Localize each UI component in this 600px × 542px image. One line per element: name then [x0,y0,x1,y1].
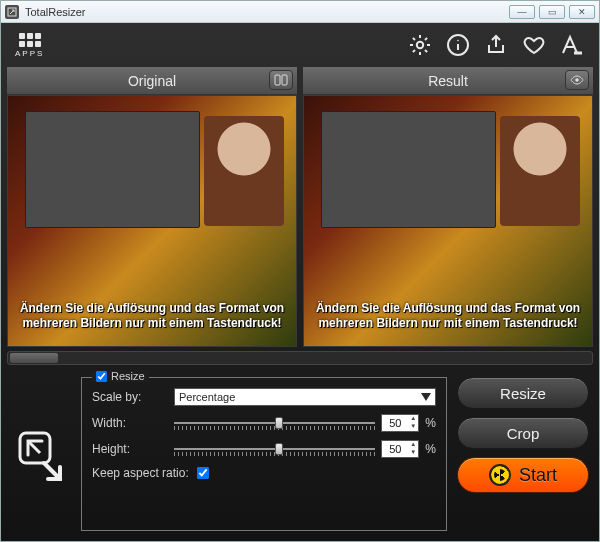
resize-panel-title: Resize [111,370,145,382]
svg-rect-5 [275,75,280,85]
text-button[interactable] [559,32,585,58]
width-input[interactable]: 50 ▲▼ [381,414,419,432]
apps-icon [19,33,41,47]
action-buttons: Resize Crop Start [457,377,589,531]
window-title: TotalResizer [25,6,86,18]
share-button[interactable] [483,32,509,58]
width-slider-handle[interactable] [275,417,283,429]
eye-icon [570,73,584,87]
thumbnail-scrollbar[interactable] [7,351,593,365]
hazard-icon [489,464,511,486]
scale-by-label: Scale by: [92,390,166,404]
favorite-button[interactable] [521,32,547,58]
apps-label: APPS [15,49,44,58]
original-preview[interactable]: Ändern Sie die Auflösung und das Format … [7,95,297,347]
dropdown-icon [421,393,431,401]
height-slider-handle[interactable] [275,443,283,455]
window-maximize-button[interactable]: ▭ [539,5,565,19]
svg-rect-6 [282,75,287,85]
height-input[interactable]: 50 ▲▼ [381,440,419,458]
resize-button[interactable]: Resize [457,377,589,409]
window-minimize-button[interactable]: — [509,5,535,19]
apps-button[interactable]: APPS [15,33,44,58]
app-body: APPS Original Ändern [1,23,599,541]
scrollbar-thumb[interactable] [10,353,58,363]
share-icon [484,33,508,57]
scale-by-select[interactable]: Percentage [174,388,436,406]
app-icon [5,5,19,19]
keep-ratio-label: Keep aspect ratio: [92,466,189,480]
scale-by-value: Percentage [179,391,235,403]
height-unit: % [425,442,436,456]
height-slider[interactable] [174,442,375,456]
original-caption: Ändern Sie die Auflösung und das Format … [8,301,296,331]
bottom-area: Resize Scale by: Percentage Width: [1,369,599,541]
crop-button[interactable]: Crop [457,417,589,449]
resize-panel-legend[interactable]: Resize [92,370,149,382]
window-close-button[interactable]: ✕ [569,5,595,19]
resize-arrow-icon [14,427,68,481]
resize-panel: Resize Scale by: Percentage Width: [81,377,447,531]
result-caption: Ändern Sie die Auflösung und das Format … [304,301,592,331]
gear-icon [408,33,432,57]
result-preview[interactable]: Ändern Sie die Auflösung und das Format … [303,95,593,347]
width-label: Width: [92,416,166,430]
compare-icon [274,73,288,87]
width-slider[interactable] [174,416,375,430]
view-toggle[interactable] [565,70,589,90]
info-icon [446,33,470,57]
svg-point-1 [417,42,423,48]
apply-indicator [11,377,71,531]
heart-icon [522,33,546,57]
font-icon [560,33,584,57]
keep-ratio-checkbox[interactable] [197,467,209,479]
result-label: Result [428,73,468,89]
height-label: Height: [92,442,166,456]
preview-panes: Original Ändern Sie die Auflösung und da… [1,67,599,347]
original-pane: Original Ändern Sie die Auflösung und da… [7,67,297,347]
info-button[interactable] [445,32,471,58]
start-button[interactable]: Start [457,457,589,493]
original-header: Original [7,67,297,95]
svg-point-4 [457,40,459,42]
result-pane: Result Ändern Sie die Auflösung und das … [303,67,593,347]
settings-button[interactable] [407,32,433,58]
titlebar[interactable]: TotalResizer — ▭ ✕ [1,1,599,23]
compare-toggle[interactable] [269,70,293,90]
original-label: Original [128,73,176,89]
width-unit: % [425,416,436,430]
topbar: APPS [1,23,599,67]
app-window: TotalResizer — ▭ ✕ APPS Original [0,0,600,542]
result-header: Result [303,67,593,95]
svg-point-7 [575,78,579,82]
resize-enable-checkbox[interactable] [96,371,107,382]
